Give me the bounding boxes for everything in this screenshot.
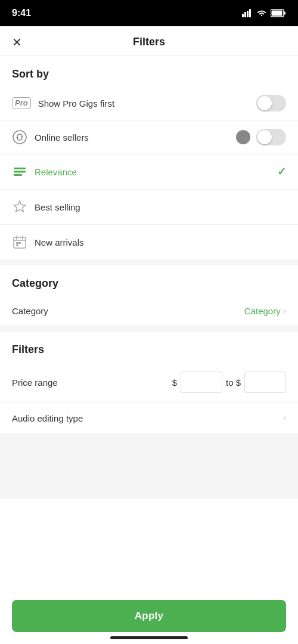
svg-rect-12	[14, 174, 22, 176]
price-from-input[interactable]	[181, 371, 222, 393]
online-sellers-toggle-row: Online sellers	[0, 120, 298, 154]
svg-rect-11	[14, 171, 26, 173]
sort-option-relevance[interactable]: Relevance ✓	[0, 154, 298, 190]
svg-rect-1	[244, 12, 246, 17]
category-title: Category	[12, 277, 58, 289]
filters-section: Filters Price range $ to $ Audio editing…	[0, 332, 298, 433]
status-icons	[242, 9, 286, 17]
from-dollar-sign: $	[172, 377, 177, 388]
svg-rect-3	[249, 9, 251, 17]
svg-rect-6	[284, 12, 286, 15]
sort-section: Sort by Pro Show Pro Gigs first On	[0, 56, 298, 259]
category-chevron: ›	[283, 305, 286, 316]
svg-point-7	[13, 131, 26, 144]
price-range-row: Price range $ to $	[0, 362, 298, 403]
header-title: Filters	[133, 36, 165, 48]
online-sellers-left: Online sellers	[12, 129, 89, 145]
online-icon	[12, 129, 27, 145]
category-section-header: Category	[0, 265, 298, 296]
relevance-checkmark: ✓	[277, 165, 286, 178]
content: Sort by Pro Show Pro Gigs first On	[0, 56, 298, 499]
wifi-icon	[256, 9, 267, 17]
pro-gigs-toggle-row: Pro Show Pro Gigs first	[0, 86, 298, 120]
category-selected-value: Category	[244, 306, 281, 316]
status-bar: 9:41	[0, 0, 298, 26]
relevance-left: Relevance	[12, 164, 77, 179]
online-sellers-toggle[interactable]	[256, 129, 286, 145]
svg-marker-13	[14, 201, 26, 212]
apply-button[interactable]: Apply	[12, 600, 286, 632]
pro-gigs-toggle[interactable]	[256, 95, 286, 112]
svg-marker-8	[21, 135, 23, 137]
relevance-icon	[12, 164, 27, 179]
pro-gigs-left: Pro Show Pro Gigs first	[12, 97, 114, 109]
category-section: Category Category Category ›	[0, 265, 298, 326]
price-range-label: Price range	[12, 377, 58, 388]
pro-gigs-label: Show Pro Gigs first	[38, 98, 114, 109]
relevance-label: Relevance	[35, 167, 77, 177]
close-button[interactable]: ✕	[12, 36, 22, 48]
home-indicator	[110, 636, 188, 639]
new-arrivals-left: New arrivals	[12, 234, 84, 250]
star-icon	[12, 199, 27, 215]
svg-marker-9	[16, 137, 18, 139]
category-label: Category	[12, 306, 48, 316]
filters-section-header: Filters	[0, 332, 298, 362]
svg-rect-2	[247, 11, 249, 17]
audio-editing-chevron: ›	[283, 413, 286, 423]
pro-icon: Pro	[12, 97, 31, 109]
filters-title: Filters	[12, 343, 44, 355]
status-time: 9:41	[12, 8, 31, 18]
audio-editing-row[interactable]: Audio editing type ›	[0, 403, 298, 433]
best-selling-label: Best selling	[35, 202, 80, 212]
signal-icon	[242, 9, 253, 17]
battery-icon	[271, 9, 286, 17]
online-sellers-label: Online sellers	[35, 132, 89, 143]
sort-title: Sort by	[12, 68, 49, 80]
svg-rect-19	[18, 242, 21, 244]
svg-rect-0	[242, 14, 244, 17]
sort-option-new-arrivals[interactable]: New arrivals	[0, 225, 298, 259]
sort-section-header: Sort by	[0, 56, 298, 86]
best-selling-left: Best selling	[12, 199, 80, 215]
new-arrivals-label: New arrivals	[35, 237, 84, 247]
category-row[interactable]: Category Category ›	[0, 296, 298, 326]
to-dollar-sign: to $	[226, 377, 241, 388]
svg-rect-18	[16, 242, 18, 244]
svg-rect-20	[16, 244, 18, 246]
price-to-input[interactable]	[244, 371, 286, 393]
new-arrivals-icon	[12, 234, 27, 250]
online-indicator	[236, 130, 250, 144]
category-value: Category ›	[244, 305, 286, 316]
svg-rect-10	[14, 168, 26, 169]
svg-rect-5	[272, 11, 283, 16]
header: ✕ Filters	[0, 26, 298, 56]
audio-editing-label: Audio editing type	[12, 413, 83, 423]
price-inputs: $ to $	[172, 371, 286, 393]
sort-option-best-selling[interactable]: Best selling	[0, 190, 298, 225]
